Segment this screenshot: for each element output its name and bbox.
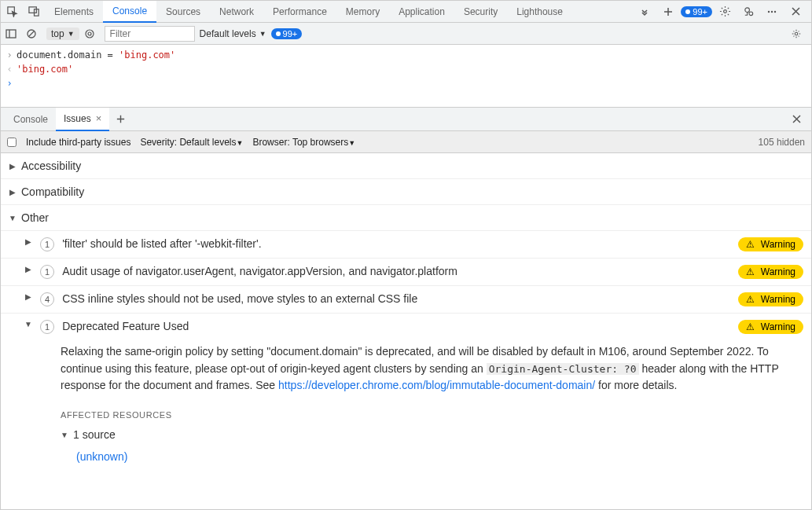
third-party-label: Include third-party issues bbox=[26, 137, 130, 148]
svg-rect-9 bbox=[6, 30, 16, 38]
tab-lighthouse[interactable]: Lighthouse bbox=[507, 1, 572, 23]
devtools-tabbar: Elements Console Sources Network Perform… bbox=[1, 1, 811, 23]
live-expression-icon[interactable] bbox=[84, 28, 100, 39]
svg-point-4 bbox=[744, 8, 749, 13]
svg-line-12 bbox=[29, 31, 34, 36]
tab-console[interactable]: Console bbox=[103, 1, 156, 23]
svg-rect-1 bbox=[28, 7, 35, 13]
console-input-line: document.domain = bbox=[17, 50, 119, 61]
context-label: top bbox=[51, 28, 64, 39]
clear-console-icon[interactable] bbox=[26, 28, 42, 39]
svg-point-13 bbox=[86, 30, 94, 38]
tab-elements[interactable]: Elements bbox=[45, 1, 103, 23]
source-toggle[interactable]: ▼ 1 source bbox=[61, 427, 788, 444]
output-chevron-icon: ‹ bbox=[6, 62, 13, 76]
warning-badge: ⚠ Warning bbox=[738, 320, 803, 334]
svg-point-6 bbox=[768, 10, 770, 12]
svg-point-5 bbox=[748, 12, 752, 16]
issue-title: Audit usage of navigator.userAgent, navi… bbox=[62, 265, 457, 277]
issue-count: 1 bbox=[40, 265, 54, 279]
expand-icon: ▶ bbox=[24, 265, 32, 273]
severity-dropdown[interactable]: Default levels▼ bbox=[179, 137, 243, 148]
console-input-string: 'bing.com' bbox=[119, 50, 175, 61]
browser-dropdown[interactable]: Top browsers▼ bbox=[292, 137, 355, 148]
category-accessibility[interactable]: ▶ Accessibility bbox=[1, 153, 811, 179]
tab-security[interactable]: Security bbox=[454, 1, 507, 23]
more-icon[interactable] bbox=[761, 1, 783, 23]
issue-count: 1 bbox=[40, 320, 54, 334]
log-levels-dropdown[interactable]: Default levels ▼ bbox=[200, 28, 266, 39]
issue-title: CSS inline styles should not be used, mo… bbox=[62, 292, 417, 305]
issue-row[interactable]: ▶ 4 CSS inline styles should not be used… bbox=[1, 286, 811, 314]
expand-icon: ▶ bbox=[9, 188, 17, 196]
issue-row[interactable]: ▶ 1 Audit usage of navigator.userAgent, … bbox=[1, 259, 811, 286]
drawer-tab-issues[interactable]: Issues × bbox=[56, 108, 109, 131]
issue-count-badge[interactable]: 99+ bbox=[271, 28, 303, 39]
feedback-icon[interactable] bbox=[737, 1, 759, 23]
detail-link[interactable]: https://developer.chrome.com/blog/immuta… bbox=[278, 379, 595, 391]
collapse-icon: ▼ bbox=[24, 320, 32, 328]
device-toggle-icon[interactable] bbox=[23, 1, 45, 23]
svg-point-8 bbox=[774, 10, 776, 12]
svg-point-15 bbox=[795, 32, 798, 35]
issue-count: 1 bbox=[40, 237, 54, 251]
collapse-icon: ▼ bbox=[61, 429, 68, 442]
issues-list: ▶ Accessibility ▶ Compatibility ▼ Other … bbox=[1, 153, 811, 509]
drawer-tabbar: Console Issues × bbox=[1, 108, 811, 131]
context-selector[interactable]: top ▼ bbox=[46, 28, 79, 40]
console-settings-icon[interactable] bbox=[791, 28, 806, 39]
input-chevron-icon: › bbox=[6, 48, 13, 62]
settings-icon[interactable] bbox=[714, 1, 736, 23]
source-count: 1 source bbox=[73, 427, 116, 444]
collapse-icon: ▼ bbox=[9, 214, 17, 222]
expand-icon: ▶ bbox=[24, 292, 32, 301]
warning-badge: ⚠ Warning bbox=[738, 292, 803, 306]
issue-row[interactable]: ▶ 1 'filter' should be listed after '-we… bbox=[1, 231, 811, 259]
tab-performance[interactable]: Performance bbox=[263, 1, 336, 23]
sidebar-toggle-icon[interactable] bbox=[6, 28, 21, 39]
detail-text: for more details. bbox=[595, 379, 677, 391]
warning-badge: ⚠ Warning bbox=[738, 265, 803, 279]
svg-point-7 bbox=[771, 10, 773, 12]
issue-row[interactable]: ▼ 1 Deprecated Feature Used ⚠ Warning bbox=[1, 314, 811, 340]
detail-code: Origin-Agent-Cluster: ?0 bbox=[487, 363, 639, 375]
add-drawer-tab-icon[interactable] bbox=[109, 114, 131, 124]
tab-application[interactable]: Application bbox=[389, 1, 454, 23]
console-output: › document.domain = 'bing.com' ‹ 'bing.c… bbox=[1, 45, 811, 108]
issue-title: 'filter' should be listed after '-webkit… bbox=[62, 237, 261, 250]
severity-label: Severity: bbox=[140, 137, 177, 148]
tab-close-icon[interactable]: × bbox=[96, 112, 102, 124]
issues-filterbar: Include third-party issues Severity: Def… bbox=[1, 131, 811, 153]
warning-badge: ⚠ Warning bbox=[738, 237, 803, 251]
svg-point-3 bbox=[723, 10, 726, 13]
prompt-chevron-icon[interactable]: › bbox=[6, 76, 13, 90]
console-toolbar: top ▼ Default levels ▼ 99+ bbox=[1, 23, 811, 45]
issue-detail: Relaxing the same-origin policy by setti… bbox=[1, 340, 811, 475]
affected-resources-heading: AFFECTED RESOURCES bbox=[61, 409, 788, 422]
issue-title: Deprecated Feature Used bbox=[62, 320, 189, 332]
tab-network[interactable]: Network bbox=[210, 1, 263, 23]
source-link[interactable]: (unknown) bbox=[76, 449, 788, 466]
third-party-checkbox[interactable] bbox=[7, 138, 17, 147]
add-tab-icon[interactable] bbox=[657, 1, 679, 23]
issue-count: 4 bbox=[40, 292, 54, 306]
console-output-line: 'bing.com' bbox=[17, 62, 73, 76]
levels-label: Default levels bbox=[200, 28, 256, 39]
category-other[interactable]: ▼ Other bbox=[1, 205, 811, 231]
drawer-close-icon[interactable] bbox=[787, 114, 806, 124]
expand-icon: ▶ bbox=[24, 237, 32, 246]
more-tabs-icon[interactable] bbox=[634, 1, 656, 23]
category-compatibility[interactable]: ▶ Compatibility bbox=[1, 179, 811, 205]
expand-icon: ▶ bbox=[9, 162, 17, 171]
error-count-badge[interactable]: 99+ bbox=[681, 6, 712, 17]
drawer-tab-console[interactable]: Console bbox=[6, 108, 56, 131]
inspect-icon[interactable] bbox=[1, 1, 23, 23]
close-devtools-icon[interactable] bbox=[784, 1, 806, 23]
tab-sources[interactable]: Sources bbox=[156, 1, 210, 23]
browser-label: Browser: bbox=[252, 137, 289, 148]
svg-point-14 bbox=[88, 32, 91, 35]
tab-memory[interactable]: Memory bbox=[336, 1, 389, 23]
hidden-count: 105 hidden bbox=[759, 137, 805, 148]
filter-input[interactable] bbox=[105, 26, 195, 42]
